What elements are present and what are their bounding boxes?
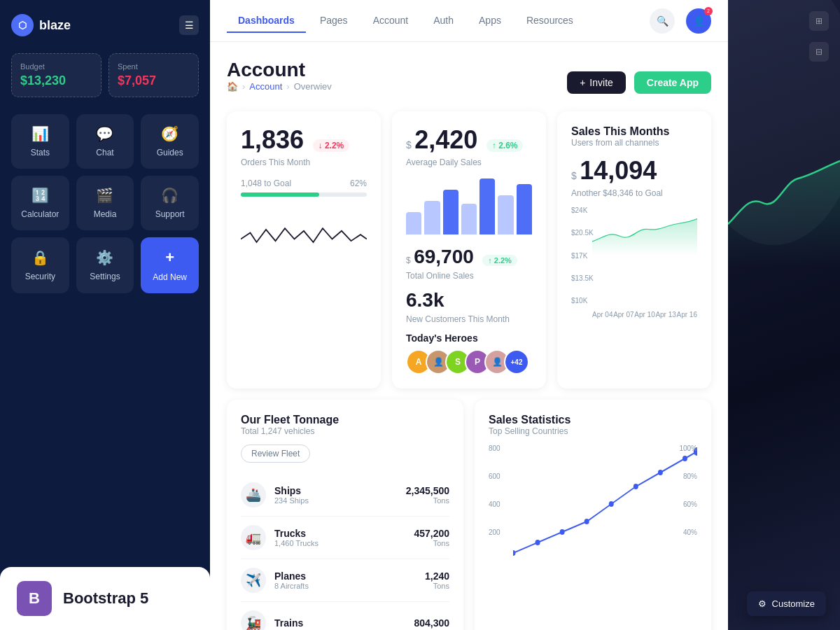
add-new-label: Add New — [153, 272, 187, 282]
sales-stats-subtitle: Top Selling Countries — [489, 426, 697, 436]
trains-value: 804,300 — [414, 617, 449, 629]
svg-point-2 — [560, 529, 565, 535]
dark-side-panel: ⊞ ⊟ ⚙ Customize — [728, 0, 840, 630]
logo-area: ⬡ blaze — [11, 14, 71, 36]
chat-icon: 💬 — [96, 125, 113, 142]
calculator-icon: 🔢 — [31, 187, 49, 204]
planes-count: 8 Aircrafts — [274, 582, 425, 590]
goal-pct: 62% — [350, 178, 367, 188]
nav-item-chat[interactable]: 💬 Chat — [76, 114, 134, 169]
fleet-card: Our Fleet Tonnage Total 1,247 vehicles R… — [227, 400, 463, 630]
bottom-grid: Our Fleet Tonnage Total 1,247 vehicles R… — [227, 400, 711, 630]
sidebar: ⬡ blaze ☰ Budget $13,230 Spent $7,057 📊 … — [0, 0, 210, 630]
total-online-section: $ 69,700 ↑ 2.2% Total Online Sales — [406, 246, 532, 281]
heroes-section: Today's Heroes A 👤 S P 👤 +42 — [406, 332, 532, 374]
pct-labels: 100% 80% 60% 40% — [679, 444, 697, 556]
trucks-icon: 🚛 — [241, 525, 266, 550]
nav-item-stats[interactable]: 📊 Stats — [11, 114, 69, 169]
chat-label: Chat — [96, 148, 113, 158]
daily-sales-prefix: $ — [406, 139, 412, 150]
daily-sales-number: 2,420 — [414, 125, 477, 154]
nav-link-pages[interactable]: Pages — [309, 9, 359, 33]
breadcrumb-current: Overwiev — [294, 81, 332, 92]
spent-card: Spent $7,057 — [108, 53, 199, 97]
mini-bar-chart — [406, 178, 532, 234]
heroes-label: Today's Heroes — [406, 332, 532, 344]
nav-link-auth[interactable]: Auth — [422, 9, 465, 33]
trucks-name: Trucks — [274, 528, 414, 539]
planes-unit: Tons — [425, 582, 449, 590]
sales-stats-card: Sales Statistics Top Selling Countries 8… — [475, 400, 711, 630]
breadcrumb-account[interactable]: Account — [249, 81, 282, 92]
bootstrap-text: Bootstrap 5 — [63, 589, 148, 608]
sales-stats-title: Sales Statistics — [489, 414, 697, 426]
sales-stats-chart: 800 600 400 200 — [489, 444, 697, 570]
daily-sales-card: $ 2,420 ↑ 2.6% Average Daily Sales — [392, 111, 546, 388]
budget-value: $13,230 — [20, 74, 92, 88]
orders-number: 1,836 — [241, 125, 304, 154]
new-customers-section: 6.3k New Customers This Month Today's He… — [406, 289, 532, 374]
main-content: Dashboards Pages Account Auth Apps Resou… — [210, 0, 728, 630]
trains-info: Trains — [274, 617, 414, 629]
guides-icon: 🧭 — [161, 125, 178, 142]
bootstrap-icon: B — [17, 581, 52, 616]
breadcrumb-home[interactable]: 🏠 — [227, 81, 238, 92]
sales-big-number: 14,094 — [580, 156, 657, 185]
goal-label: 1,048 to Goal — [241, 178, 291, 188]
settings-label: Settings — [90, 272, 120, 281]
logo-icon: ⬡ — [11, 14, 34, 36]
nav-item-settings[interactable]: ⚙️ Settings — [76, 237, 134, 293]
ships-icon: 🚢 — [241, 482, 266, 507]
sidebar-header: ⬡ blaze ☰ — [11, 14, 199, 36]
fleet-items: 🚢 Ships 234 Ships 2,345,500 Tons 🚛 — [241, 474, 449, 630]
new-customers-number: 6.3k — [406, 289, 532, 312]
nav-link-account[interactable]: Account — [362, 9, 420, 33]
fleet-subtitle: Total 1,247 vehicles — [241, 426, 449, 436]
nav-link-dashboards[interactable]: Dashboards — [227, 9, 306, 33]
progress-bar-fill — [241, 192, 319, 197]
sales-prefix: $ — [571, 170, 577, 181]
ships-info: Ships 234 Ships — [274, 485, 406, 505]
calculator-label: Calculator — [21, 209, 59, 219]
sales-month-subtitle: Users from all channels — [571, 138, 697, 148]
settings-icon: ⚙️ — [96, 249, 113, 266]
green-line-svg — [592, 206, 697, 255]
invite-button[interactable]: + Invite — [567, 71, 626, 94]
search-button[interactable]: 🔍 — [650, 8, 675, 34]
sales-sublabel: Another $48,346 to Goal — [571, 188, 697, 198]
ships-amount: 2,345,500 — [406, 485, 449, 496]
review-fleet-button[interactable]: Review Fleet — [241, 444, 310, 463]
orders-progress: 1,048 to Goal 62% — [241, 178, 367, 197]
svg-point-0 — [513, 550, 516, 556]
nav-item-guides[interactable]: 🧭 Guides — [141, 114, 199, 169]
planes-icon: ✈️ — [241, 568, 266, 593]
sidebar-menu-icon[interactable]: ☰ — [179, 15, 199, 35]
nav-link-resources[interactable]: Resources — [515, 9, 584, 33]
stats-grid: 1,836 ↓ 2.2% Orders This Month 1,048 to … — [227, 111, 711, 388]
nav-item-support[interactable]: 🎧 Support — [141, 176, 199, 230]
create-app-button[interactable]: Create App — [634, 71, 711, 94]
notification-button[interactable]: 👤 2 — [686, 8, 711, 34]
ships-count: 234 Ships — [274, 496, 406, 505]
nav-item-security[interactable]: 🔒 Security — [11, 237, 69, 293]
notif-badge: 2 — [704, 7, 713, 15]
daily-sales-label: Average Daily Sales — [406, 158, 532, 167]
orders-label: Orders This Month — [241, 158, 367, 167]
line-chart-x-labels: Apr 04 Apr 07 Apr 10 Apr 13 Apr 16 — [592, 311, 697, 318]
customize-button[interactable]: ⚙ Customize — [747, 592, 826, 616]
nav-grid: 📊 Stats 💬 Chat 🧭 Guides 🔢 Calculator 🎬 M… — [11, 114, 199, 293]
trains-icon: 🚂 — [241, 610, 266, 630]
nav-link-apps[interactable]: Apps — [468, 9, 512, 33]
ships-name: Ships — [274, 485, 406, 496]
guides-label: Guides — [157, 148, 183, 158]
trains-amount: 804,300 — [414, 617, 449, 629]
nav-item-add-new[interactable]: + Add New — [141, 237, 199, 293]
nav-item-calculator[interactable]: 🔢 Calculator — [11, 176, 69, 230]
security-label: Security — [25, 272, 55, 281]
sales-big-row: $ 14,094 — [571, 156, 697, 186]
total-badge: ↑ 2.2% — [482, 255, 517, 266]
budget-cards: Budget $13,230 Spent $7,057 — [11, 53, 199, 97]
nav-item-media[interactable]: 🎬 Media — [76, 176, 134, 230]
svg-point-6 — [658, 470, 663, 475]
new-customers-label: New Customers This Month — [406, 314, 532, 324]
